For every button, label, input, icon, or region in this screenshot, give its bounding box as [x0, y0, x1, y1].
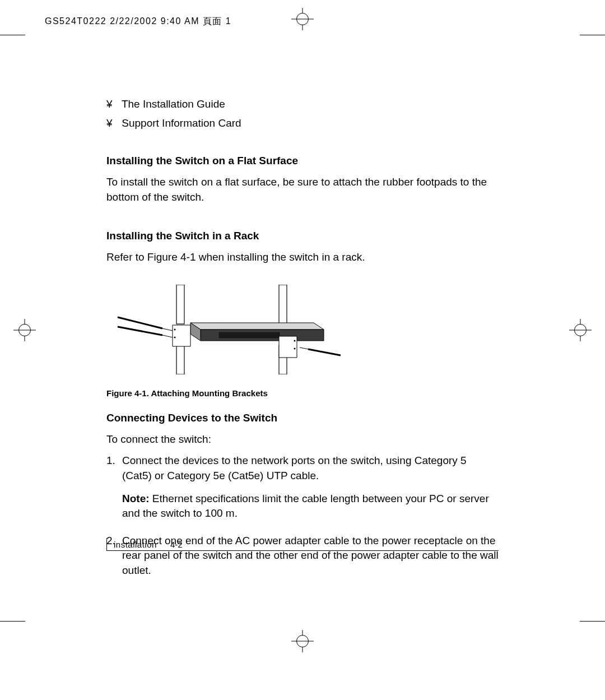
- bullet-icon: ¥: [106, 117, 119, 129]
- footer-page-number: 4-2: [170, 540, 183, 549]
- svg-point-19: [294, 347, 296, 349]
- page-footer: installation 4-2: [106, 538, 183, 550]
- registration-mark-icon: [17, 322, 32, 338]
- crop-mark: [0, 621, 25, 622]
- list-item: ¥ Support Information Card: [106, 117, 499, 129]
- svg-line-15: [308, 349, 341, 355]
- svg-point-18: [294, 340, 296, 341]
- ordered-list-item: 1. Connect the devices to the network po…: [106, 453, 499, 521]
- print-header: GS524T0222 2/22/2002 9:40 AM 頁面 1: [45, 16, 231, 27]
- svg-rect-0: [176, 285, 184, 324]
- page-content: ¥ The Installation Guide ¥ Support Infor…: [106, 98, 499, 578]
- step-number: 1.: [106, 453, 122, 521]
- paragraph: Refer to Figure 4-1 when installing the …: [106, 250, 499, 265]
- crop-mark: [580, 35, 605, 35]
- note-text: Ethernet specifications limit the cable …: [122, 493, 489, 520]
- figure: Figure 4-1. Attaching Mounting Brackets: [106, 285, 499, 398]
- footer-section: installation: [114, 540, 157, 549]
- figure-caption: Figure 4-1. Attaching Mounting Brackets: [106, 388, 499, 398]
- svg-line-12: [118, 327, 162, 335]
- section-heading-rack: Installing the Switch in a Rack: [106, 230, 499, 242]
- registration-mark-icon: [573, 322, 588, 338]
- rack-mount-illustration: [106, 285, 342, 374]
- list-item-text: Support Information Card: [122, 117, 241, 129]
- note: Note: Ethernet specifications limit the …: [122, 492, 499, 521]
- list-item: ¥ The Installation Guide: [106, 98, 499, 110]
- svg-line-11: [162, 328, 173, 331]
- paragraph: To install the switch on a flat surface,…: [106, 175, 499, 205]
- svg-rect-1: [279, 285, 287, 324]
- list-item-text: The Installation Guide: [122, 98, 225, 110]
- bullet-icon: ¥: [106, 98, 119, 110]
- crop-mark: [580, 621, 605, 622]
- svg-rect-7: [218, 332, 280, 339]
- crop-mark: [0, 35, 25, 35]
- paragraph: To connect the switch:: [106, 432, 499, 447]
- svg-marker-9: [279, 336, 297, 358]
- note-label: Note:: [122, 493, 150, 504]
- svg-line-13: [162, 335, 173, 337]
- footer-rule: [106, 550, 499, 551]
- section-heading-connect: Connecting Devices to the Switch: [106, 412, 499, 424]
- registration-mark-icon: [295, 633, 310, 649]
- svg-point-17: [174, 336, 176, 338]
- svg-marker-4: [190, 323, 324, 330]
- registration-mark-icon: [295, 11, 310, 27]
- svg-line-10: [118, 317, 162, 328]
- step-text: Connect the devices to the network ports…: [122, 453, 499, 483]
- svg-rect-2: [176, 345, 184, 374]
- svg-marker-8: [173, 325, 190, 346]
- svg-point-16: [174, 328, 176, 330]
- section-heading-flat: Installing the Switch on a Flat Surface: [106, 155, 499, 167]
